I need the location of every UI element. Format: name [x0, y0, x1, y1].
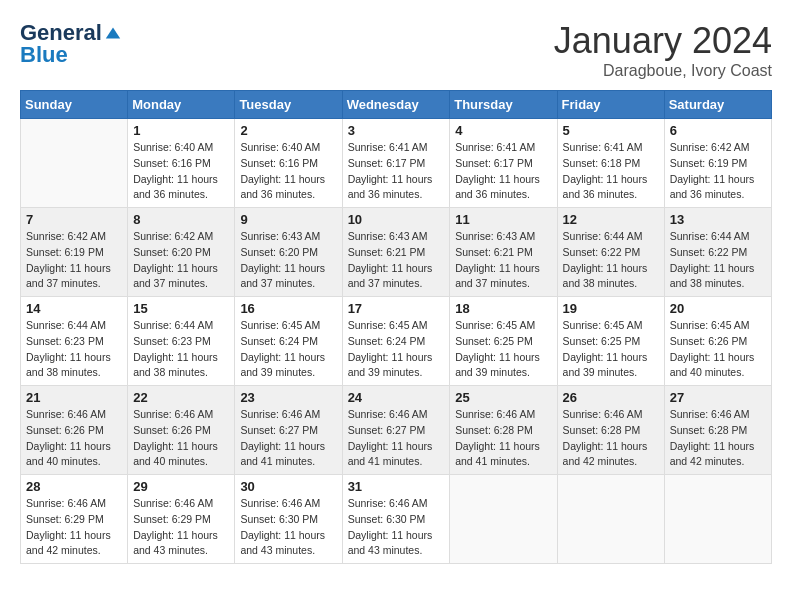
day-info-text: Sunrise: 6:45 AM: [240, 318, 336, 334]
day-info-text: Sunset: 6:30 PM: [348, 512, 445, 528]
day-number: 9: [240, 212, 336, 227]
day-number: 5: [563, 123, 659, 138]
day-info-text: Sunset: 6:23 PM: [26, 334, 122, 350]
day-info-text: Daylight: 11 hours and 40 minutes.: [133, 439, 229, 471]
day-info-text: Sunset: 6:27 PM: [240, 423, 336, 439]
day-number: 12: [563, 212, 659, 227]
day-number: 16: [240, 301, 336, 316]
day-info-text: Daylight: 11 hours and 41 minutes.: [348, 439, 445, 471]
day-info-text: Sunrise: 6:45 AM: [563, 318, 659, 334]
day-number: 25: [455, 390, 551, 405]
day-info-text: Daylight: 11 hours and 41 minutes.: [455, 439, 551, 471]
day-info-text: Sunset: 6:28 PM: [455, 423, 551, 439]
day-info-text: Sunset: 6:19 PM: [670, 156, 766, 172]
day-header-monday: Monday: [128, 91, 235, 119]
calendar-day-13: 13Sunrise: 6:44 AMSunset: 6:22 PMDayligh…: [664, 208, 771, 297]
day-info-text: Sunrise: 6:43 AM: [240, 229, 336, 245]
day-number: 26: [563, 390, 659, 405]
day-info-text: Daylight: 11 hours and 37 minutes.: [348, 261, 445, 293]
day-number: 11: [455, 212, 551, 227]
calendar-day-17: 17Sunrise: 6:45 AMSunset: 6:24 PMDayligh…: [342, 297, 450, 386]
calendar-day-25: 25Sunrise: 6:46 AMSunset: 6:28 PMDayligh…: [450, 386, 557, 475]
day-info-text: Sunrise: 6:46 AM: [133, 496, 229, 512]
day-info-text: Daylight: 11 hours and 38 minutes.: [26, 350, 122, 382]
day-info-text: Sunset: 6:24 PM: [348, 334, 445, 350]
calendar-day-20: 20Sunrise: 6:45 AMSunset: 6:26 PMDayligh…: [664, 297, 771, 386]
day-info-text: Sunrise: 6:41 AM: [455, 140, 551, 156]
day-info-text: Daylight: 11 hours and 36 minutes.: [563, 172, 659, 204]
day-info-text: Sunset: 6:16 PM: [133, 156, 229, 172]
calendar-day-7: 7Sunrise: 6:42 AMSunset: 6:19 PMDaylight…: [21, 208, 128, 297]
title-section: January 2024 Daragboue, Ivory Coast: [554, 20, 772, 80]
calendar-day-29: 29Sunrise: 6:46 AMSunset: 6:29 PMDayligh…: [128, 475, 235, 564]
day-number: 17: [348, 301, 445, 316]
svg-marker-0: [106, 28, 120, 39]
day-info-text: Sunset: 6:16 PM: [240, 156, 336, 172]
day-info-text: Sunset: 6:30 PM: [240, 512, 336, 528]
day-info-text: Sunrise: 6:46 AM: [26, 407, 122, 423]
day-number: 7: [26, 212, 122, 227]
day-info-text: Daylight: 11 hours and 43 minutes.: [133, 528, 229, 560]
day-info-text: Sunrise: 6:43 AM: [455, 229, 551, 245]
calendar-empty-cell: [557, 475, 664, 564]
calendar-day-23: 23Sunrise: 6:46 AMSunset: 6:27 PMDayligh…: [235, 386, 342, 475]
logo: General Blue: [20, 20, 122, 68]
day-header-thursday: Thursday: [450, 91, 557, 119]
day-info-text: Sunset: 6:28 PM: [670, 423, 766, 439]
day-number: 31: [348, 479, 445, 494]
day-info-text: Sunrise: 6:43 AM: [348, 229, 445, 245]
calendar-day-18: 18Sunrise: 6:45 AMSunset: 6:25 PMDayligh…: [450, 297, 557, 386]
calendar-week-row: 14Sunrise: 6:44 AMSunset: 6:23 PMDayligh…: [21, 297, 772, 386]
day-info-text: Sunset: 6:17 PM: [348, 156, 445, 172]
day-info-text: Daylight: 11 hours and 42 minutes.: [563, 439, 659, 471]
day-info-text: Daylight: 11 hours and 40 minutes.: [670, 350, 766, 382]
day-number: 3: [348, 123, 445, 138]
day-info-text: Sunrise: 6:44 AM: [26, 318, 122, 334]
day-info-text: Sunrise: 6:46 AM: [240, 496, 336, 512]
day-number: 24: [348, 390, 445, 405]
day-header-sunday: Sunday: [21, 91, 128, 119]
day-info-text: Daylight: 11 hours and 39 minutes.: [240, 350, 336, 382]
calendar-day-2: 2Sunrise: 6:40 AMSunset: 6:16 PMDaylight…: [235, 119, 342, 208]
day-info-text: Sunset: 6:21 PM: [455, 245, 551, 261]
day-info-text: Sunrise: 6:42 AM: [670, 140, 766, 156]
calendar-day-10: 10Sunrise: 6:43 AMSunset: 6:21 PMDayligh…: [342, 208, 450, 297]
calendar-day-1: 1Sunrise: 6:40 AMSunset: 6:16 PMDaylight…: [128, 119, 235, 208]
day-number: 15: [133, 301, 229, 316]
day-number: 19: [563, 301, 659, 316]
month-title: January 2024: [554, 20, 772, 62]
day-info-text: Sunrise: 6:46 AM: [348, 407, 445, 423]
day-number: 4: [455, 123, 551, 138]
day-info-text: Daylight: 11 hours and 43 minutes.: [240, 528, 336, 560]
day-info-text: Sunset: 6:25 PM: [455, 334, 551, 350]
calendar-day-4: 4Sunrise: 6:41 AMSunset: 6:17 PMDaylight…: [450, 119, 557, 208]
day-info-text: Sunrise: 6:41 AM: [348, 140, 445, 156]
day-header-saturday: Saturday: [664, 91, 771, 119]
day-info-text: Sunrise: 6:45 AM: [455, 318, 551, 334]
day-info-text: Sunset: 6:28 PM: [563, 423, 659, 439]
logo-icon: [104, 24, 122, 42]
day-number: 22: [133, 390, 229, 405]
day-info-text: Daylight: 11 hours and 36 minutes.: [240, 172, 336, 204]
logo-blue: Blue: [20, 42, 68, 68]
day-info-text: Sunrise: 6:46 AM: [240, 407, 336, 423]
day-number: 21: [26, 390, 122, 405]
day-number: 28: [26, 479, 122, 494]
day-number: 29: [133, 479, 229, 494]
calendar-day-15: 15Sunrise: 6:44 AMSunset: 6:23 PMDayligh…: [128, 297, 235, 386]
day-info-text: Sunrise: 6:42 AM: [133, 229, 229, 245]
location: Daragboue, Ivory Coast: [554, 62, 772, 80]
day-info-text: Daylight: 11 hours and 39 minutes.: [563, 350, 659, 382]
day-number: 30: [240, 479, 336, 494]
calendar-day-9: 9Sunrise: 6:43 AMSunset: 6:20 PMDaylight…: [235, 208, 342, 297]
calendar-day-27: 27Sunrise: 6:46 AMSunset: 6:28 PMDayligh…: [664, 386, 771, 475]
day-info-text: Daylight: 11 hours and 41 minutes.: [240, 439, 336, 471]
day-info-text: Sunrise: 6:46 AM: [670, 407, 766, 423]
day-info-text: Sunrise: 6:46 AM: [563, 407, 659, 423]
calendar-day-16: 16Sunrise: 6:45 AMSunset: 6:24 PMDayligh…: [235, 297, 342, 386]
day-number: 27: [670, 390, 766, 405]
day-number: 8: [133, 212, 229, 227]
page-header: General Blue January 2024 Daragboue, Ivo…: [20, 20, 772, 80]
calendar-day-5: 5Sunrise: 6:41 AMSunset: 6:18 PMDaylight…: [557, 119, 664, 208]
day-info-text: Sunset: 6:20 PM: [133, 245, 229, 261]
